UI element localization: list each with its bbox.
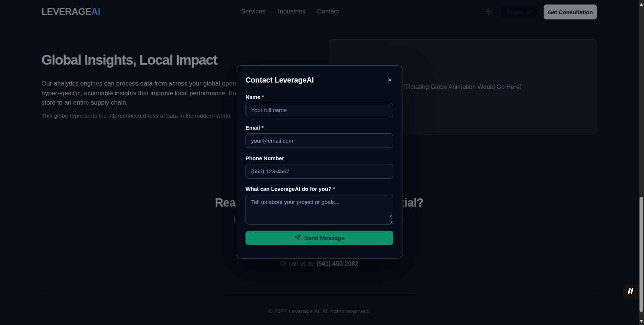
- scrollbar-up-arrow-icon[interactable]: [640, 3, 643, 6]
- scrollbar[interactable]: [639, 0, 644, 325]
- scrollbar-thumb[interactable]: [640, 197, 643, 312]
- scrollbar-down-arrow-icon[interactable]: [640, 320, 643, 323]
- manus-badge[interactable]: [623, 285, 641, 299]
- message-field-label: What can LeverageAI do for you? *: [246, 186, 393, 192]
- send-icon: [294, 234, 301, 242]
- message-area-wrap: [246, 195, 393, 225]
- modal-title: Contact LeverageAI: [246, 76, 314, 84]
- close-icon[interactable]: ×: [386, 76, 393, 84]
- send-message-button[interactable]: Send Message: [246, 231, 393, 245]
- contact-modal: Contact LeverageAI × Name * Email * Phon…: [236, 65, 403, 259]
- name-input[interactable]: [246, 103, 393, 117]
- send-button-label: Send Message: [304, 235, 345, 241]
- message-textarea[interactable]: [246, 195, 393, 225]
- phone-input[interactable]: [246, 164, 393, 179]
- modal-header: Contact LeverageAI ×: [246, 76, 393, 84]
- phone-field-label: Phone Number: [246, 155, 393, 161]
- manus-logo-icon: [626, 287, 635, 296]
- email-input[interactable]: [246, 133, 393, 148]
- email-field-label: Email *: [246, 125, 393, 131]
- name-field-label: Name *: [246, 94, 393, 100]
